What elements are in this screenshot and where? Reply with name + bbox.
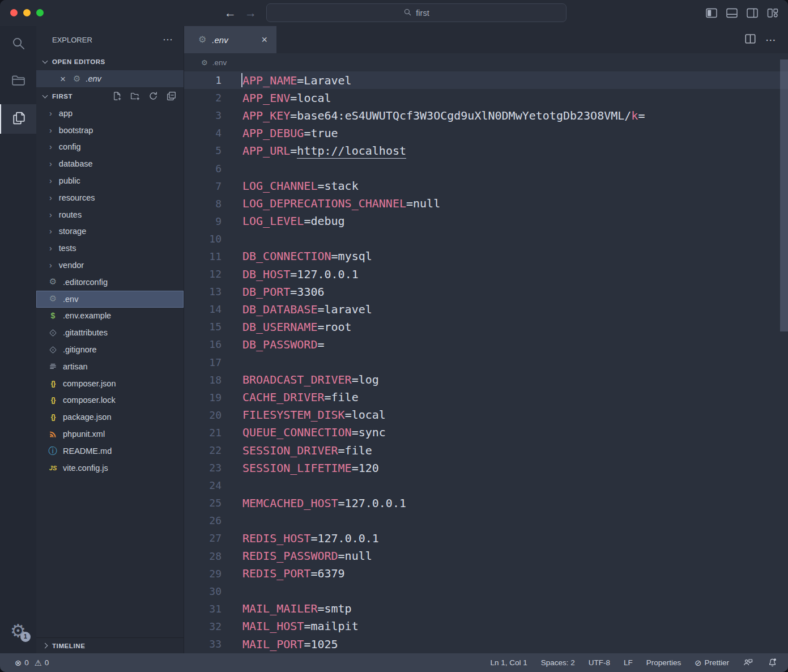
code-line-6[interactable]: 6 <box>184 159 788 177</box>
scrollbar[interactable] <box>780 59 788 331</box>
tree-item-composer-json[interactable]: {}composer.json <box>36 375 184 392</box>
command-center-search[interactable]: first <box>266 3 566 22</box>
collapse-all-icon[interactable] <box>167 91 176 102</box>
tree-item-app[interactable]: ›app <box>36 105 184 122</box>
open-editors-header[interactable]: OPEN EDITORS <box>36 54 184 70</box>
open-editor-item-env[interactable]: × ⚙ .env <box>36 70 184 87</box>
tree-item-bootstrap[interactable]: ›bootstrap <box>36 122 184 139</box>
code-line-32[interactable]: 32MAIL_HOST=mailpit <box>184 618 788 635</box>
tree-item-composer-lock[interactable]: {}composer.lock <box>36 392 184 409</box>
status-feedback[interactable] <box>743 657 753 669</box>
tree-item-resources[interactable]: ›resources <box>36 189 184 206</box>
activity-item-explorer[interactable] <box>0 104 36 134</box>
tree-item-label: composer.json <box>63 379 116 388</box>
status-notifications[interactable] <box>767 657 778 669</box>
tree-item-env-example[interactable]: $.env.example <box>36 308 184 325</box>
code-area[interactable]: 1APP_NAME=Laravel2APP_ENV=local3APP_KEY=… <box>184 71 788 653</box>
tree-item-gitignore[interactable]: .gitignore <box>36 341 184 358</box>
tree-item-vendor[interactable]: ›vendor <box>36 257 184 274</box>
panel-left-icon[interactable] <box>705 7 718 19</box>
tree-item-package-json[interactable]: {}package.json <box>36 409 184 426</box>
code-line-14[interactable]: 14DB_DATABASE=laravel <box>184 300 788 318</box>
code-line-11[interactable]: 11DB_CONNECTION=mysql <box>184 248 788 265</box>
refresh-icon[interactable] <box>148 91 158 102</box>
more-actions-icon[interactable]: ⋯ <box>765 33 777 46</box>
split-editor-icon[interactable] <box>744 33 756 47</box>
code-line-20[interactable]: 20FILESYSTEM_DISK=local <box>184 406 788 424</box>
more-actions-icon[interactable]: ⋯ <box>163 33 173 46</box>
tree-item-public[interactable]: ›public <box>36 172 184 189</box>
code-line-30[interactable]: 30 <box>184 582 788 600</box>
code-line-24[interactable]: 24 <box>184 477 788 494</box>
tree-item-routes[interactable]: ›routes <box>36 206 184 223</box>
code-line-7[interactable]: 7LOG_CHANNEL=stack <box>184 177 788 195</box>
activity-item-search[interactable] <box>0 29 36 59</box>
code-line-13[interactable]: 13DB_PORT=3306 <box>184 283 788 300</box>
activity-item-file-manager[interactable] <box>0 66 36 96</box>
new-folder-icon[interactable] <box>130 91 140 102</box>
code-line-17[interactable]: 17 <box>184 354 788 371</box>
code-line-18[interactable]: 18BROADCAST_DRIVER=log <box>184 371 788 389</box>
status-language-mode[interactable]: Properties <box>646 658 681 667</box>
new-file-icon[interactable] <box>112 91 122 102</box>
folder-section-header[interactable]: FIRST <box>36 88 184 105</box>
code-line-5[interactable]: 5APP_URL=http://localhost <box>184 142 788 159</box>
tree-item-vite-config-js[interactable]: JSvite.config.js <box>36 460 184 477</box>
close-button[interactable] <box>10 9 18 16</box>
code-line-15[interactable]: 15DB_USERNAME=root <box>184 318 788 335</box>
code-line-23[interactable]: 23SESSION_LIFETIME=120 <box>184 459 788 477</box>
status-cursor-position[interactable]: Ln 1, Col 1 <box>490 658 527 667</box>
code-line-33[interactable]: 33MAIL_PORT=1025 <box>184 635 788 653</box>
code-line-22[interactable]: 22SESSION_DRIVER=file <box>184 441 788 459</box>
error-icon[interactable]: ⊗ <box>15 658 22 667</box>
git-icon <box>48 346 58 354</box>
code-line-2[interactable]: 2APP_ENV=local <box>184 89 788 107</box>
tree-item-phpunit-xml[interactable]: phpunit.xml <box>36 426 184 443</box>
forward-icon[interactable]: → <box>245 0 257 26</box>
code-line-29[interactable]: 29REDIS_PORT=6379 <box>184 565 788 582</box>
code-line-16[interactable]: 16DB_PASSWORD= <box>184 335 788 353</box>
tree-item-README-md[interactable]: ⓘREADME.md <box>36 443 184 460</box>
tree-item-editorconfig[interactable]: ⚙.editorconfig <box>36 274 184 291</box>
tree-item-gitattributes[interactable]: .gitattributes <box>36 324 184 341</box>
back-icon[interactable]: ← <box>224 0 236 26</box>
status-encoding[interactable]: UTF-8 <box>589 658 610 667</box>
timeline-header[interactable]: TIMELINE <box>36 637 184 653</box>
tree-item-env[interactable]: ⚙.env <box>36 291 184 308</box>
panel-right-icon[interactable] <box>746 7 759 19</box>
tree-item-storage[interactable]: ›storage <box>36 223 184 240</box>
code-line-9[interactable]: 9LOG_LEVEL=debug <box>184 212 788 230</box>
status-prettier[interactable]: ⊘Prettier <box>695 658 729 667</box>
code-line-19[interactable]: 19CACHE_DRIVER=file <box>184 389 788 406</box>
tree-item-tests[interactable]: ›tests <box>36 240 184 257</box>
close-icon[interactable]: × <box>261 35 267 45</box>
status-indentation[interactable]: Spaces: 2 <box>541 658 575 667</box>
warning-count[interactable]: 0 <box>45 658 49 667</box>
code-line-25[interactable]: 25MEMCACHED_HOST=127.0.0.1 <box>184 494 788 512</box>
code-line-27[interactable]: 27REDIS_HOST=127.0.0.1 <box>184 529 788 547</box>
close-icon[interactable]: × <box>60 74 66 84</box>
zoom-button[interactable] <box>36 9 44 16</box>
settings-button[interactable]: ⚙1 <box>0 616 36 645</box>
code-line-10[interactable]: 10 <box>184 230 788 248</box>
tree-item-config[interactable]: ›config <box>36 139 184 156</box>
code-line-21[interactable]: 21QUEUE_CONNECTION=sync <box>184 424 788 441</box>
status-eol[interactable]: LF <box>624 658 633 667</box>
tab-env[interactable]: ⚙ .env × <box>184 26 276 53</box>
code-line-26[interactable]: 26 <box>184 512 788 529</box>
tree-item-database[interactable]: ›database <box>36 155 184 172</box>
warning-icon[interactable]: ⚠ <box>35 658 42 667</box>
code-line-8[interactable]: 8LOG_DEPRECATIONS_CHANNEL=null <box>184 195 788 212</box>
error-count[interactable]: 0 <box>24 658 29 667</box>
code-line-12[interactable]: 12DB_HOST=127.0.0.1 <box>184 265 788 283</box>
minimize-button[interactable] <box>23 9 31 16</box>
tree-item-artisan[interactable]: artisan <box>36 358 184 375</box>
layout-customize-icon[interactable] <box>766 7 779 19</box>
code-line-4[interactable]: 4APP_DEBUG=true <box>184 124 788 142</box>
breadcrumb[interactable]: ⚙ .env <box>184 53 788 71</box>
code-line-3[interactable]: 3APP_KEY=base64:eS4UWUTQcf3W3OCgd9uXlN0D… <box>184 107 788 124</box>
code-line-1[interactable]: 1APP_NAME=Laravel <box>184 71 788 89</box>
panel-bottom-icon[interactable] <box>726 7 738 19</box>
code-line-31[interactable]: 31MAIL_MAILER=smtp <box>184 600 788 618</box>
code-line-28[interactable]: 28REDIS_PASSWORD=null <box>184 547 788 565</box>
